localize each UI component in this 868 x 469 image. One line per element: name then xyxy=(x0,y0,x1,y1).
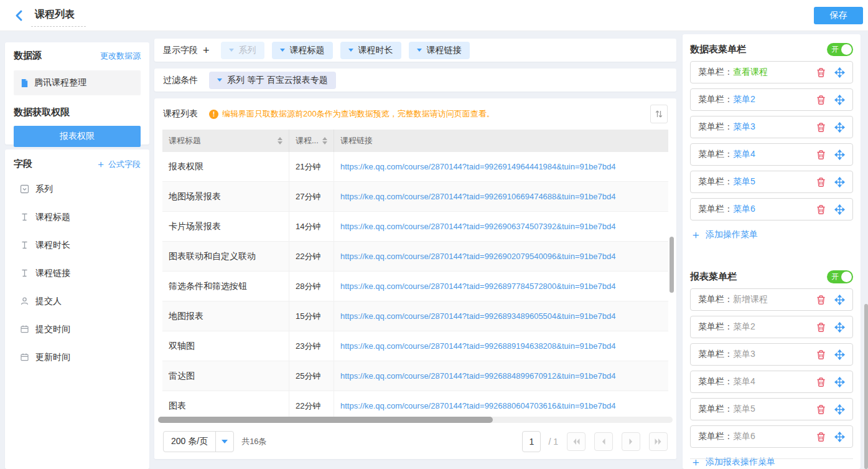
table-menu-toggle[interactable]: 开 xyxy=(827,43,853,56)
table-row[interactable]: 地图场景报表 27分钟 https://ke.qq.com/course/287… xyxy=(162,182,668,212)
trash-icon[interactable] xyxy=(816,149,826,160)
previous-page-button[interactable] xyxy=(594,432,613,451)
page-size-select[interactable]: 200 条/页 xyxy=(163,431,234,452)
horizontal-scrollbar-track[interactable] xyxy=(158,417,673,423)
move-icon[interactable] xyxy=(834,295,845,305)
menu-item[interactable]: 菜单栏： 菜单5 xyxy=(690,398,853,420)
cell-course-link[interactable]: https://ke.qq.com/course/2870144?taid=99… xyxy=(334,361,668,391)
menu-item-value[interactable]: 菜单6 xyxy=(733,431,755,442)
menu-item-value[interactable]: 新增课程 xyxy=(733,294,768,305)
table-row[interactable]: 筛选条件和筛选按钮 28分钟 https://ke.qq.com/course/… xyxy=(162,272,668,301)
horizontal-scrollbar-thumb[interactable] xyxy=(158,417,493,423)
field-item-course-duration[interactable]: 课程时长 xyxy=(14,231,141,259)
cell-course-link[interactable]: https://ke.qq.com/course/2870144?taid=99… xyxy=(334,331,668,361)
move-icon[interactable] xyxy=(834,432,845,442)
trash-icon[interactable] xyxy=(816,349,826,360)
cell-course-link[interactable]: https://ke.qq.com/course/2870144?taid=99… xyxy=(334,152,668,181)
field-item-series[interactable]: 系列 xyxy=(14,175,141,203)
menu-item-value[interactable]: 菜单4 xyxy=(733,376,755,387)
move-icon[interactable] xyxy=(834,204,845,215)
display-field-chip-series[interactable]: 系列 xyxy=(221,42,264,59)
table-row[interactable]: 报表权限 21分钟 https://ke.qq.com/course/28701… xyxy=(162,152,668,182)
move-icon[interactable] xyxy=(834,95,845,105)
move-icon[interactable] xyxy=(834,377,845,387)
display-field-chip-course-link[interactable]: 课程链接 xyxy=(409,42,470,59)
sort-arrows-icon[interactable] xyxy=(274,137,282,144)
trash-icon[interactable] xyxy=(816,67,826,78)
menu-item-value[interactable]: 菜单2 xyxy=(733,321,755,333)
report-permission-button[interactable]: 报表权限 xyxy=(14,126,141,147)
move-icon[interactable] xyxy=(834,404,845,415)
trash-icon[interactable] xyxy=(816,404,826,415)
field-item-course-title[interactable]: 课程标题 xyxy=(14,203,141,231)
move-icon[interactable] xyxy=(834,177,845,187)
trash-icon[interactable] xyxy=(816,95,826,105)
menu-item[interactable]: 菜单栏： 菜单4 xyxy=(690,371,853,393)
window-vertical-scrollbar-thumb[interactable] xyxy=(864,304,868,469)
table-row[interactable]: 雷达图 25分钟 https://ke.qq.com/course/287014… xyxy=(162,361,668,391)
menu-item[interactable]: 菜单栏： 菜单6 xyxy=(690,425,853,448)
column-header-course-duration[interactable]: 课程... xyxy=(289,130,334,152)
trash-icon[interactable] xyxy=(816,177,826,187)
filter-condition-chip[interactable]: 系列 等于 百宝云报表专题 xyxy=(209,72,336,89)
table-row[interactable]: 图表联动和自定义联动 22分钟 https://ke.qq.com/course… xyxy=(162,242,668,272)
first-page-button[interactable] xyxy=(567,432,586,451)
move-icon[interactable] xyxy=(834,349,845,360)
table-sort-button[interactable] xyxy=(650,105,668,123)
table-row[interactable]: 地图报表 15分钟 https://ke.qq.com/course/28701… xyxy=(162,301,668,331)
table-row[interactable]: 卡片场景报表 14分钟 https://ke.qq.com/course/287… xyxy=(162,212,668,242)
display-field-chip-course-title[interactable]: 课程标题 xyxy=(272,42,333,59)
trash-icon[interactable] xyxy=(816,432,826,442)
table-vertical-scrollbar-thumb[interactable] xyxy=(670,237,674,293)
menu-item[interactable]: 菜单栏： 菜单6 xyxy=(690,198,853,220)
menu-item[interactable]: 菜单栏： 菜单3 xyxy=(690,343,853,366)
page-number-input[interactable] xyxy=(522,431,541,452)
move-icon[interactable] xyxy=(834,122,845,133)
menu-item-value[interactable]: 菜单5 xyxy=(733,176,755,187)
field-item-update-time[interactable]: 更新时间 xyxy=(14,343,141,371)
save-button[interactable]: 保存 xyxy=(814,7,863,24)
next-page-button[interactable] xyxy=(622,432,640,451)
cell-course-link[interactable]: https://ke.qq.com/course/2870144?taid=99… xyxy=(334,391,668,420)
last-page-button[interactable] xyxy=(649,432,668,451)
menu-item[interactable]: 菜单栏： 菜单2 xyxy=(690,316,853,338)
menu-item[interactable]: 菜单栏： 菜单5 xyxy=(690,171,853,193)
cell-course-link[interactable]: https://ke.qq.com/course/2870144?taid=99… xyxy=(334,301,668,331)
menu-item-value[interactable]: 菜单6 xyxy=(733,204,755,215)
cell-course-link[interactable]: https://ke.qq.com/course/2870144?taid=99… xyxy=(334,272,668,301)
trash-icon[interactable] xyxy=(816,122,826,133)
add-table-menu-link[interactable]: ＋ 添加操作菜单 xyxy=(690,229,758,240)
trash-icon[interactable] xyxy=(816,204,826,215)
menu-item[interactable]: 菜单栏： 新增课程 xyxy=(690,288,853,311)
report-menu-toggle[interactable]: 开 xyxy=(827,270,853,283)
menu-item[interactable]: 菜单栏： 查看课程 xyxy=(690,61,853,83)
cell-course-link[interactable]: https://ke.qq.com/course/2870144?taid=99… xyxy=(334,212,668,241)
menu-item-value[interactable]: 菜单3 xyxy=(733,121,755,133)
change-datasource-link[interactable]: 更改数据源 xyxy=(100,50,141,62)
menu-item[interactable]: 菜单栏： 菜单3 xyxy=(690,116,853,138)
column-header-course-title[interactable]: 课程标题 xyxy=(162,130,289,152)
datasource-item[interactable]: 腾讯课程整理 xyxy=(14,70,141,95)
menu-item-value[interactable]: 菜单2 xyxy=(733,94,755,105)
back-icon[interactable] xyxy=(12,9,26,22)
field-item-submitter[interactable]: 提交人 xyxy=(14,287,141,315)
menu-item-value[interactable]: 菜单5 xyxy=(733,404,755,415)
cell-course-link[interactable]: https://ke.qq.com/course/2870144?taid=99… xyxy=(334,242,668,271)
menu-item-value[interactable]: 菜单3 xyxy=(733,349,755,360)
sort-arrows-icon[interactable] xyxy=(319,137,327,144)
menu-item[interactable]: 菜单栏： 菜单4 xyxy=(690,143,853,166)
trash-icon[interactable] xyxy=(816,377,826,387)
move-icon[interactable] xyxy=(834,322,845,333)
menu-item-value[interactable]: 查看课程 xyxy=(733,67,768,78)
table-row[interactable]: 双轴图 23分钟 https://ke.qq.com/course/287014… xyxy=(162,331,668,361)
menu-item[interactable]: 菜单栏： 菜单2 xyxy=(690,88,853,111)
add-formula-field-link[interactable]: ＋ 公式字段 xyxy=(96,159,141,170)
trash-icon[interactable] xyxy=(816,322,826,333)
add-display-field-icon[interactable]: + xyxy=(203,45,210,56)
field-item-submit-time[interactable]: 提交时间 xyxy=(14,315,141,343)
menu-item-value[interactable]: 菜单4 xyxy=(733,149,755,160)
trash-icon[interactable] xyxy=(816,295,826,305)
display-field-chip-course-duration[interactable]: 课程时长 xyxy=(340,42,401,59)
move-icon[interactable] xyxy=(834,149,845,160)
cell-course-link[interactable]: https://ke.qq.com/course/2870144?taid=99… xyxy=(334,182,668,211)
